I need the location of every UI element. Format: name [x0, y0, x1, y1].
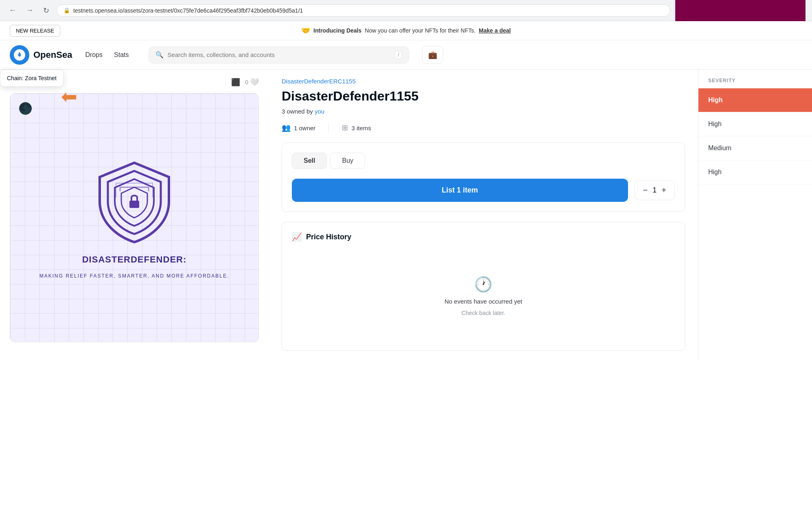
clock-icon: 🕐 [474, 276, 492, 293]
deals-icon: 🤝 [301, 26, 310, 35]
grid-icon: ⊞ [342, 123, 348, 132]
slash-badge: / [395, 51, 402, 59]
quantity-minus-button[interactable]: − [643, 186, 648, 195]
intro-text: Introducing Deals [313, 27, 361, 34]
body-text: Now you can offer your NFTs for their NF… [365, 27, 475, 34]
owned-link[interactable]: you [315, 108, 324, 115]
logo-area[interactable]: OpenSea [10, 45, 72, 65]
stat-divider [328, 123, 329, 133]
owners-stat: 👥 1 owner [282, 123, 315, 132]
quantity-plus-button[interactable]: + [661, 186, 666, 195]
shield-svg [90, 157, 179, 246]
lock-icon: 🔒 [63, 7, 70, 13]
severity-item-2[interactable]: Medium [698, 136, 812, 160]
nft-details: DisasterDefenderERC1155 DisasterDefender… [269, 70, 698, 359]
globe-icon: 🌑 [18, 102, 33, 115]
page-content: ⬛ 0 🤍 🌑 [0, 70, 812, 359]
reload-button[interactable]: ↻ [41, 4, 52, 17]
sell-tab[interactable]: Sell [292, 153, 327, 169]
nft-name: DisasterDefender1155 [282, 89, 685, 104]
nft-subtitle-text: MAKING RELIEF FASTER, SMARTER, AND MORE … [39, 273, 230, 279]
check-back-text: Check back later. [462, 310, 505, 316]
nft-panel: ⬛ 0 🤍 🌑 [0, 70, 269, 359]
stats-row: 👥 1 owner ⊞ 3 items [282, 123, 685, 133]
chart-icon: 📈 [292, 232, 302, 242]
nav-stats[interactable]: Stats [114, 51, 129, 59]
opensea-logo [10, 45, 29, 65]
buy-tab[interactable]: Buy [330, 153, 365, 169]
url-text: testnets.opensea.io/assets/zora-testnet/… [73, 7, 303, 14]
back-button[interactable]: ← [7, 4, 19, 16]
favorite-button[interactable]: 0 🤍 [245, 78, 259, 87]
price-history: 📈 Price History 🕐 No events have occurre… [282, 222, 685, 351]
owners-icon: 👥 [282, 123, 291, 132]
heart-icon: 🤍 [250, 78, 259, 87]
main-nav: OpenSea Drops Stats 🔍 / 💼 Chain: Zora Te… [0, 40, 812, 70]
nav-drops[interactable]: Drops [85, 51, 103, 59]
share-button[interactable]: ⬛ [231, 78, 240, 87]
list-item-button[interactable]: List 1 item [292, 179, 628, 202]
quantity-value: 1 [652, 186, 657, 195]
no-events-text: No events have occurred yet [444, 298, 522, 305]
owned-by: 3 owned by you [282, 108, 685, 115]
search-input[interactable] [168, 51, 391, 58]
severity-header: SEVERITY [698, 70, 812, 88]
empty-history: 🕐 No events have occurred yet Check back… [292, 252, 675, 341]
share-icon: ⬛ [231, 78, 240, 87]
severity-item-1[interactable]: High [698, 112, 812, 136]
trade-box: Sell Buy List 1 item − 1 + [282, 142, 685, 212]
severity-sidebar: SEVERITY High High Medium High [698, 70, 812, 359]
trade-tabs: Sell Buy [292, 153, 675, 169]
nft-title-text: DISASTERDEFENDER: [82, 254, 187, 265]
svg-rect-0 [129, 201, 139, 208]
announcement-center: 🤝 Introducing Deals Now you can offer yo… [301, 26, 511, 35]
tooltip-arrow: ➡ [61, 85, 77, 108]
collection-link[interactable]: DisasterDefenderERC1155 [282, 78, 685, 85]
favorite-count: 0 [245, 79, 248, 85]
logo-text: OpenSea [33, 50, 72, 60]
quantity-control: − 1 + [635, 180, 675, 200]
items-stat: ⊞ 3 items [342, 123, 371, 132]
nav-links: Drops Stats [85, 51, 129, 59]
make-deal-link[interactable]: Make a deal [479, 27, 511, 34]
severity-item-0[interactable]: High [698, 88, 812, 112]
list-row: List 1 item − 1 + [292, 179, 675, 202]
announcement-bar: NEW RELEASE 🤝 Introducing Deals Now you … [0, 21, 812, 40]
search-icon: 🔍 [155, 51, 164, 59]
new-release-button[interactable]: NEW RELEASE [10, 25, 60, 37]
nft-image: 🌑 [10, 94, 258, 342]
nft-image-container: 🌑 [10, 93, 259, 342]
forward-button[interactable]: → [24, 4, 36, 16]
price-history-header: 📈 Price History [292, 232, 675, 242]
nft-shield: DISASTERDEFENDER: MAKING RELIEF FASTER, … [39, 157, 230, 279]
severity-item-3[interactable]: High [698, 160, 812, 184]
wallet-button[interactable]: 💼 [422, 46, 443, 64]
chain-tooltip: Chain: Zora Testnet [0, 70, 63, 87]
url-bar[interactable]: 🔒 testnets.opensea.io/assets/zora-testne… [57, 4, 670, 17]
top-right-extension [675, 0, 805, 21]
browser-chrome: ← → ↻ 🔒 testnets.opensea.io/assets/zora-… [0, 0, 812, 21]
search-bar[interactable]: 🔍 / [149, 46, 409, 63]
